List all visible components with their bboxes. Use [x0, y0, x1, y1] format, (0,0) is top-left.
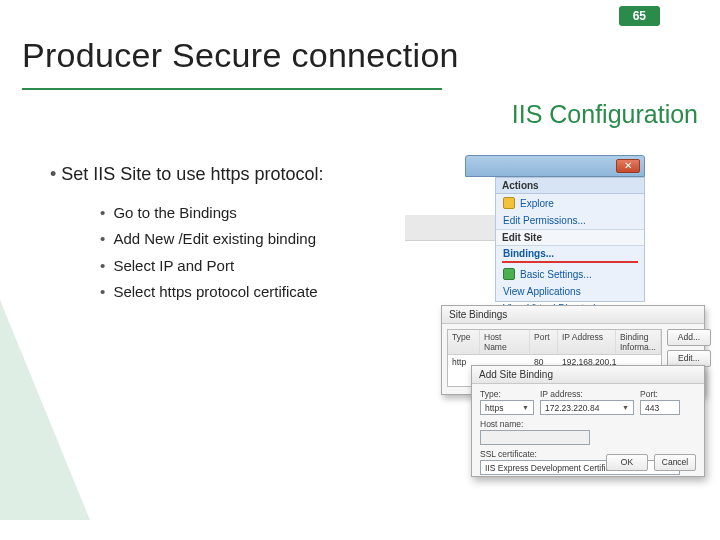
- edit-perm-label: Edit Permissions...: [503, 215, 586, 226]
- col-host: Host Name: [480, 330, 530, 354]
- iis-actions-pane: Actions Explore Edit Permissions... Edit…: [495, 177, 645, 302]
- bindings-header-row: Type Host Name Port IP Address Binding I…: [448, 330, 661, 355]
- add-binding-title: Add Site Binding: [472, 366, 704, 384]
- sub-bullet: Go to the Bindings: [100, 200, 318, 226]
- ip-label: IP address:: [540, 389, 634, 399]
- ssl-value: IIS Express Development Certificate: [485, 463, 622, 473]
- basic-settings-link[interactable]: Basic Settings...: [496, 265, 644, 283]
- type-label: Type:: [480, 389, 534, 399]
- main-bullet: Set IIS Site to use https protocol:: [50, 164, 323, 185]
- settings-icon: [503, 268, 515, 280]
- actions-header: Actions: [496, 178, 644, 194]
- col-ip: IP Address: [558, 330, 616, 354]
- sub-bullet: Add New /Edit existing binding: [100, 226, 318, 252]
- port-input[interactable]: 443: [640, 400, 680, 415]
- slide-subtitle: IIS Configuration: [512, 100, 698, 129]
- content-pane-fragment: [405, 215, 495, 241]
- host-input: [480, 430, 590, 445]
- slide-title: Producer Secure connection: [22, 36, 459, 75]
- type-select[interactable]: https ▼: [480, 400, 534, 415]
- explore-label: Explore: [520, 198, 554, 209]
- edit-site-header: Edit Site: [496, 229, 644, 246]
- view-apps-link[interactable]: View Applications: [496, 283, 644, 300]
- window-chrome-top: ✕: [465, 155, 645, 177]
- ip-value: 172.23.220.84: [545, 403, 599, 413]
- screenshot-montage: ✕ Actions Explore Edit Permissions... Ed…: [465, 155, 710, 480]
- cancel-button[interactable]: Cancel: [654, 454, 696, 471]
- bindings-link[interactable]: Bindings...: [496, 246, 644, 261]
- sub-bullet: Select https protocol certificate: [100, 279, 318, 305]
- basic-settings-label: Basic Settings...: [520, 269, 592, 280]
- col-port: Port: [530, 330, 558, 354]
- add-site-binding-dialog: Add Site Binding Type: https ▼ IP addres…: [471, 365, 705, 477]
- add-binding-button[interactable]: Add...: [667, 329, 711, 346]
- type-value: https: [485, 403, 503, 413]
- port-value: 443: [645, 403, 659, 413]
- folder-icon: [503, 197, 515, 209]
- highlight-underline: [502, 261, 638, 263]
- site-bindings-title: Site Bindings: [442, 306, 704, 324]
- sub-bullet: Select IP and Port: [100, 253, 318, 279]
- close-icon[interactable]: ✕: [616, 159, 640, 173]
- chevron-down-icon: ▼: [622, 404, 629, 411]
- chevron-down-icon: ▼: [522, 404, 529, 411]
- ok-button[interactable]: OK: [606, 454, 648, 471]
- ip-select[interactable]: 172.23.220.84 ▼: [540, 400, 634, 415]
- explore-link[interactable]: Explore: [496, 194, 644, 212]
- decorative-triangle: [0, 300, 90, 520]
- edit-permissions-link[interactable]: Edit Permissions...: [496, 212, 644, 229]
- view-apps-label: View Applications: [503, 286, 581, 297]
- sub-bullet-list: Go to the Bindings Add New /Edit existin…: [100, 200, 318, 305]
- port-label: Port:: [640, 389, 680, 399]
- col-type: Type: [448, 330, 480, 354]
- page-number: 65: [619, 6, 660, 26]
- title-underline: [22, 88, 442, 90]
- host-label: Host name:: [480, 419, 696, 429]
- col-info: Binding Informa...: [616, 330, 661, 354]
